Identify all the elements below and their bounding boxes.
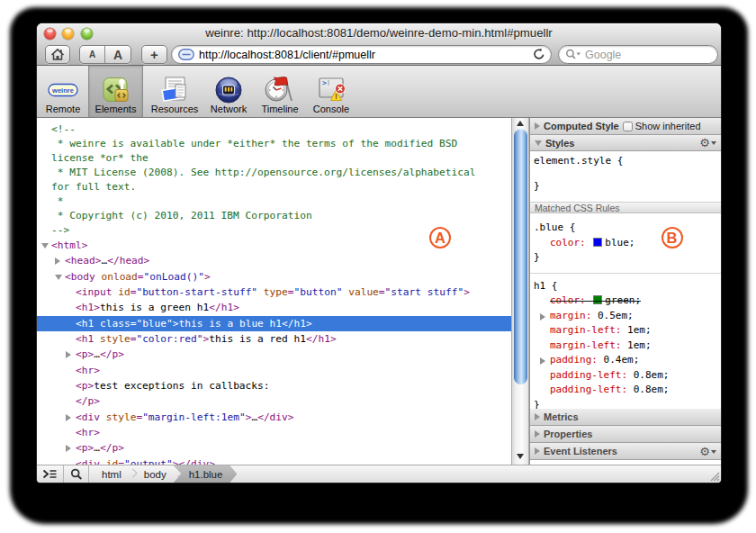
tree-row[interactable]: <p>…</p> xyxy=(37,347,511,362)
code-segment-tag: > xyxy=(464,286,470,298)
css-rule-close-brace: } xyxy=(534,250,721,266)
css-property[interactable]: padding-left: 0.8em; xyxy=(534,383,721,398)
breadcrumb: htmlbodyh1.blue xyxy=(89,465,237,483)
collapsed-triangle-icon[interactable] xyxy=(66,414,71,421)
styles-section-header[interactable]: Styles ⚙ xyxy=(530,135,721,151)
address-bar[interactable]: http://localhost:8081/client/#pmuellr xyxy=(171,45,552,64)
property-expand-triangle-icon[interactable] xyxy=(540,357,545,365)
sidebar-section-event-listeners[interactable]: Event Listeners⚙ xyxy=(530,443,721,460)
toolbar-item-remote[interactable]: weinre Remote xyxy=(42,66,84,117)
elements-tree-panel: <!-- * weinre is available under *either… xyxy=(37,118,511,465)
property-value: 1em; xyxy=(627,339,652,351)
scrollbar-thumb[interactable] xyxy=(514,129,527,384)
tree-row[interactable]: <input id="button-start-stuff" type="but… xyxy=(37,285,511,300)
refresh-icon[interactable] xyxy=(533,48,545,61)
property-name: margin: xyxy=(550,310,598,321)
resources-icon xyxy=(147,75,202,104)
node-search-button[interactable] xyxy=(64,465,89,483)
tree-comment-line[interactable]: * xyxy=(37,194,511,209)
new-tab-button[interactable]: + xyxy=(141,45,167,64)
collapsed-triangle-icon[interactable] xyxy=(55,257,60,265)
toolbar-item-timeline[interactable]: Timeline xyxy=(256,66,304,117)
minimize-button[interactable] xyxy=(62,28,74,40)
css-property[interactable]: padding-left: 0.8em; xyxy=(534,368,721,384)
css-rule-selector[interactable]: h1 { xyxy=(534,279,721,294)
expanded-triangle-icon[interactable] xyxy=(41,243,49,248)
show-inherited-checkbox[interactable] xyxy=(623,122,633,131)
breadcrumb-item-body[interactable]: body xyxy=(139,465,172,483)
tree-row[interactable]: <h1 style="color:red">this is a red h1</… xyxy=(37,331,511,347)
dock-toggle-button[interactable] xyxy=(37,465,64,483)
tree-row[interactable]: <h1>this is a green h1</h1> xyxy=(37,300,511,315)
css-property[interactable]: margin-left: 1em; xyxy=(534,339,721,354)
css-property[interactable]: color: green; xyxy=(534,294,721,309)
code-segment-attr: value xyxy=(342,286,378,298)
tree-row[interactable]: <p>test exceptions in callbacks: xyxy=(37,378,511,393)
computed-style-section-header[interactable]: Computed Style Show inherited xyxy=(530,118,721,135)
toolbar-item-elements[interactable]: Elements xyxy=(88,66,143,117)
scrollbar-down-arrow[interactable] xyxy=(512,450,528,462)
code-segment-tag: <p> xyxy=(76,380,94,392)
code-segment-attr: style xyxy=(100,333,130,345)
collapsed-triangle-icon[interactable] xyxy=(66,445,71,452)
tree-row[interactable]: <head>…</head> xyxy=(37,253,511,268)
event-listeners-gear-menu[interactable]: ⚙ xyxy=(699,445,716,458)
css-property[interactable]: margin: 0.5em; xyxy=(534,309,721,324)
close-button[interactable] xyxy=(44,28,56,40)
styles-gear-menu[interactable]: ⚙ xyxy=(699,136,716,149)
tree-row[interactable]: <body onload="onLoad()"> xyxy=(37,269,511,285)
property-content: padding: 0.4em; xyxy=(550,354,639,366)
tree-row[interactable]: <div style="margin-left:1em">…</div> xyxy=(37,410,511,425)
code-segment-val: "margin-left:1em" xyxy=(142,411,246,423)
tree-comment-line[interactable]: * MIT License (2008). See http://opensou… xyxy=(37,166,511,180)
home-button[interactable] xyxy=(45,45,70,64)
font-size-segmented-control: A A xyxy=(79,45,131,64)
tree-row-selected[interactable]: <h1 class="blue">this is a blue h1</h1> xyxy=(37,316,511,331)
vertical-scrollbar[interactable] xyxy=(511,118,529,465)
tree-row[interactable]: <hr> xyxy=(37,363,511,378)
search-field[interactable]: Google xyxy=(558,45,718,64)
toolbar-item-console[interactable]: > ! Console xyxy=(307,66,356,117)
code-segment-val: "start stuff" xyxy=(385,286,464,298)
resize-grip[interactable] xyxy=(708,470,720,482)
css-property[interactable]: color: blue; xyxy=(534,236,721,251)
tree-comment-line[interactable]: license *or* the xyxy=(37,151,511,166)
tree-comment-line[interactable]: for full text. xyxy=(37,180,511,194)
css-rule-selector[interactable]: .blue { xyxy=(534,221,721,236)
breadcrumb-item-h1-blue[interactable]: h1.blue xyxy=(174,465,238,483)
property-content: padding-left: 0.8em; xyxy=(550,384,669,395)
tree-row[interactable]: </p> xyxy=(37,393,511,409)
toolbar-item-network[interactable]: Network xyxy=(204,66,253,117)
property-value: blue; xyxy=(605,237,634,248)
sidebar-section-metrics[interactable]: Metrics xyxy=(530,409,721,426)
color-swatch[interactable] xyxy=(593,238,602,247)
tree-comment-line[interactable]: * weinre is available under *either* the… xyxy=(37,137,511,151)
tree-row[interactable]: <p>…</p> xyxy=(37,440,511,456)
tree-row[interactable]: <hr> xyxy=(37,425,511,440)
element-style-block: element.style { } xyxy=(530,151,721,202)
expanded-triangle-icon[interactable] xyxy=(55,275,62,280)
console-toggle-icon xyxy=(42,468,58,480)
code-segment-tag: <h1 xyxy=(76,333,100,345)
css-property[interactable]: padding: 0.4em; xyxy=(534,353,721,368)
property-name: padding-left: xyxy=(550,369,634,381)
smaller-text-button[interactable]: A xyxy=(80,46,105,63)
property-content: margin-left: 1em; xyxy=(550,339,652,351)
css-property[interactable]: margin-left: 1em; xyxy=(534,323,721,339)
property-value: 0.8em; xyxy=(634,369,670,381)
inspector-statusbar: htmlbodyh1.blue xyxy=(37,465,721,483)
toolbar-item-resources[interactable]: Resources xyxy=(147,66,202,117)
tree-comment-line[interactable]: * Copyright (c) 2010, 2011 IBM Corporati… xyxy=(37,209,511,223)
tree-row[interactable]: <div id="output"></div> xyxy=(37,456,511,465)
sidebar-section-properties[interactable]: Properties xyxy=(530,426,721,443)
struck-property: color: green; xyxy=(550,294,641,309)
tree-comment-line[interactable]: <!-- xyxy=(37,122,511,137)
collapsed-triangle-icon[interactable] xyxy=(66,351,71,358)
property-expand-triangle-icon[interactable] xyxy=(540,313,545,321)
zoom-button[interactable] xyxy=(81,28,93,40)
code-segment-val: "onLoad()" xyxy=(144,271,204,283)
color-swatch[interactable] xyxy=(593,295,602,304)
larger-text-button[interactable]: A xyxy=(105,46,130,63)
remote-icon: weinre xyxy=(42,75,84,104)
breadcrumb-item-html[interactable]: html xyxy=(96,465,127,483)
